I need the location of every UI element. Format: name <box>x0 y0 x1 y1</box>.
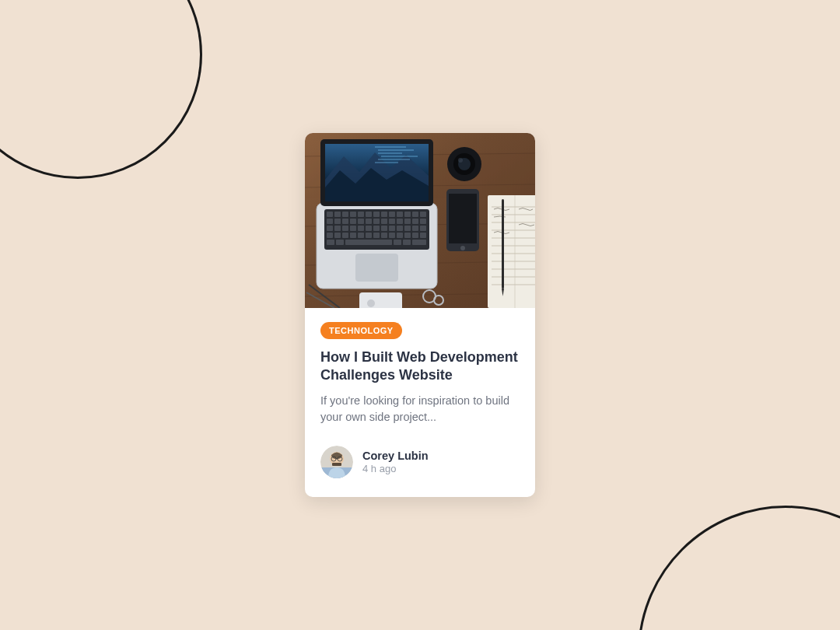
svg-rect-12 <box>350 212 356 217</box>
svg-rect-58 <box>404 233 411 238</box>
svg-rect-23 <box>334 219 341 224</box>
svg-rect-66 <box>412 240 426 245</box>
svg-rect-29 <box>381 219 387 224</box>
svg-rect-26 <box>358 219 364 224</box>
svg-rect-28 <box>373 219 380 224</box>
svg-rect-48 <box>327 233 333 238</box>
svg-rect-25 <box>350 219 356 224</box>
svg-rect-57 <box>397 233 403 238</box>
svg-rect-67 <box>355 254 398 282</box>
svg-rect-37 <box>342 226 348 231</box>
svg-rect-11 <box>342 212 348 217</box>
svg-rect-36 <box>334 226 341 231</box>
svg-rect-52 <box>358 233 364 238</box>
article-card[interactable]: TECHNOLOGY How I Built Web Development C… <box>305 133 535 496</box>
svg-rect-27 <box>366 219 372 224</box>
svg-rect-13 <box>358 212 364 217</box>
svg-rect-44 <box>397 226 403 231</box>
card-hero-image <box>305 133 535 308</box>
svg-rect-19 <box>404 212 411 217</box>
svg-rect-61 <box>327 240 334 245</box>
svg-rect-31 <box>397 219 403 224</box>
svg-rect-30 <box>389 219 395 224</box>
card-description: If you're looking for inspiration to bui… <box>320 393 520 425</box>
svg-rect-62 <box>336 240 344 245</box>
svg-rect-83 <box>449 194 477 243</box>
svg-rect-34 <box>420 219 426 224</box>
svg-rect-22 <box>327 219 333 224</box>
svg-rect-43 <box>389 226 395 231</box>
author-text: Corey Lubin 4 h ago <box>362 450 429 474</box>
svg-rect-46 <box>412 226 418 231</box>
author-avatar <box>320 446 353 478</box>
svg-rect-100 <box>359 292 402 308</box>
svg-rect-42 <box>381 226 387 231</box>
svg-rect-64 <box>394 240 401 245</box>
svg-rect-65 <box>403 240 411 245</box>
svg-rect-39 <box>358 226 364 231</box>
author-timestamp: 4 h ago <box>362 463 429 474</box>
author-name: Corey Lubin <box>362 450 429 462</box>
svg-rect-55 <box>381 233 387 238</box>
svg-rect-41 <box>373 226 380 231</box>
svg-point-84 <box>460 246 465 250</box>
svg-rect-85 <box>488 195 535 308</box>
svg-rect-35 <box>327 226 333 231</box>
svg-rect-38 <box>350 226 356 231</box>
svg-rect-17 <box>389 212 395 217</box>
svg-rect-56 <box>389 233 395 238</box>
svg-rect-54 <box>373 233 380 238</box>
svg-rect-59 <box>412 233 418 238</box>
svg-rect-50 <box>342 233 348 238</box>
decorative-circle-top-left <box>0 0 202 179</box>
svg-rect-47 <box>420 226 426 231</box>
svg-rect-15 <box>373 212 380 217</box>
svg-rect-51 <box>350 233 356 238</box>
category-badge[interactable]: TECHNOLOGY <box>320 322 402 339</box>
svg-rect-53 <box>366 233 372 238</box>
author-section[interactable]: Corey Lubin 4 h ago <box>320 446 520 478</box>
svg-rect-9 <box>327 212 333 217</box>
svg-rect-16 <box>381 212 387 217</box>
svg-rect-20 <box>412 212 418 217</box>
svg-rect-32 <box>404 219 411 224</box>
svg-rect-24 <box>342 219 348 224</box>
svg-rect-18 <box>397 212 403 217</box>
svg-point-101 <box>367 299 375 307</box>
svg-rect-60 <box>420 233 426 238</box>
svg-rect-63 <box>345 240 392 245</box>
svg-rect-10 <box>334 212 341 217</box>
card-title[interactable]: How I Built Web Development Challenges W… <box>320 348 520 384</box>
svg-rect-98 <box>502 199 504 289</box>
svg-rect-49 <box>334 233 341 238</box>
svg-rect-110 <box>332 463 341 466</box>
card-body: TECHNOLOGY How I Built Web Development C… <box>305 308 535 496</box>
svg-rect-14 <box>366 212 372 217</box>
decorative-circle-bottom-right <box>638 506 840 630</box>
svg-rect-33 <box>412 219 418 224</box>
svg-rect-45 <box>404 226 411 231</box>
svg-rect-40 <box>366 226 372 231</box>
svg-point-81 <box>458 158 463 163</box>
svg-rect-21 <box>420 212 426 217</box>
